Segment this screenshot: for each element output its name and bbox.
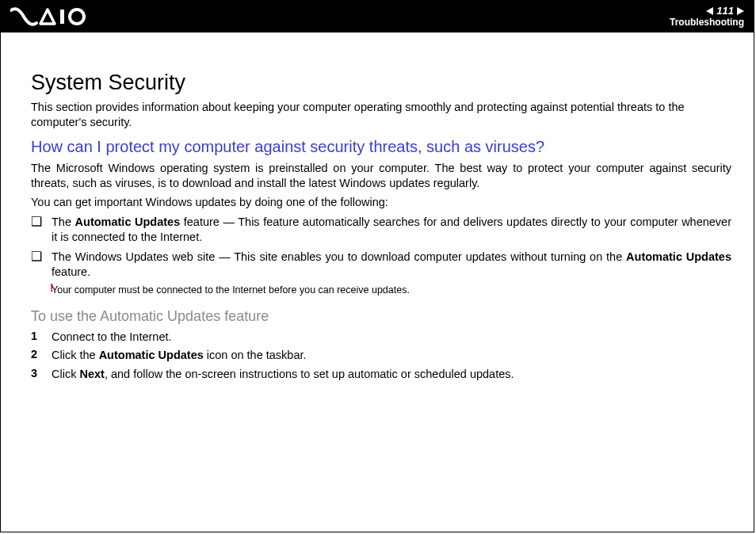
steps-list: 1 Connect to the Internet. 2 Click the A… [31,330,731,383]
bullet-item: ❑ The Automatic Updates feature — This f… [31,215,731,245]
section-label: Troubleshooting [670,17,744,28]
header-bar: 111 Troubleshooting [1,1,754,32]
bullet-list: ❑ The Automatic Updates feature — This f… [31,215,731,279]
pager: 111 Troubleshooting [670,6,744,27]
step-number: 1 [31,330,52,342]
question-heading: How can I protect my computer against se… [31,138,731,156]
subheading: To use the Automatic Updates feature [31,308,731,325]
bullet-item: ❑ The Windows Updates web site — This si… [31,250,731,280]
text-fragment: The [52,216,75,228]
step-item: 1 Connect to the Internet. [31,330,731,345]
bold-fragment: Automatic Updates [99,349,204,361]
note-row: ! Your computer must be connected to the… [31,284,731,297]
bullet-text: The Automatic Updates feature — This fea… [52,215,731,245]
bold-fragment: Next [79,368,104,380]
body-paragraph-2: You can get important Windows updates by… [31,195,731,210]
text-fragment: , and follow the on-screen instructions … [105,368,514,380]
page-container: 111 Troubleshooting System Security This… [0,0,754,532]
step-number: 3 [31,367,52,380]
page-number: 111 [716,6,734,17]
bold-fragment: Automatic Updates [75,216,181,228]
text-fragment: icon on the taskbar. [204,349,307,361]
text-fragment: The Windows Updates web site — This site… [52,250,626,263]
svg-rect-0 [60,10,64,24]
note-text: Your computer must be connected to the I… [52,284,410,296]
text-fragment: Click the [52,349,99,361]
arrow-left-icon[interactable] [706,7,713,15]
step-item: 2 Click the Automatic Updates icon on th… [31,348,731,363]
page-title: System Security [31,71,731,95]
svg-point-1 [70,10,84,24]
bullet-icon: ❑ [31,250,52,264]
step-item: 3 Click Next, and follow the on-screen i… [31,367,731,382]
step-text: Connect to the Internet. [52,330,172,345]
intro-paragraph: This section provides information about … [31,100,731,130]
step-text: Click Next, and follow the on-screen ins… [52,367,514,382]
page-number-row: 111 [670,6,744,17]
text-fragment: Click [52,368,79,380]
step-number: 2 [31,348,52,360]
arrow-right-icon[interactable] [737,7,744,15]
vaio-logo [10,1,90,32]
text-fragment: feature. [52,265,90,278]
bold-fragment: Automatic Updates [626,250,731,263]
body-paragraph-1: The Microsoft Windows operating system i… [31,161,731,191]
bullet-text: The Windows Updates web site — This site… [52,250,731,280]
step-text: Click the Automatic Updates icon on the … [52,348,307,363]
bullet-icon: ❑ [31,215,52,229]
content-area: System Security This section provides in… [1,32,754,382]
